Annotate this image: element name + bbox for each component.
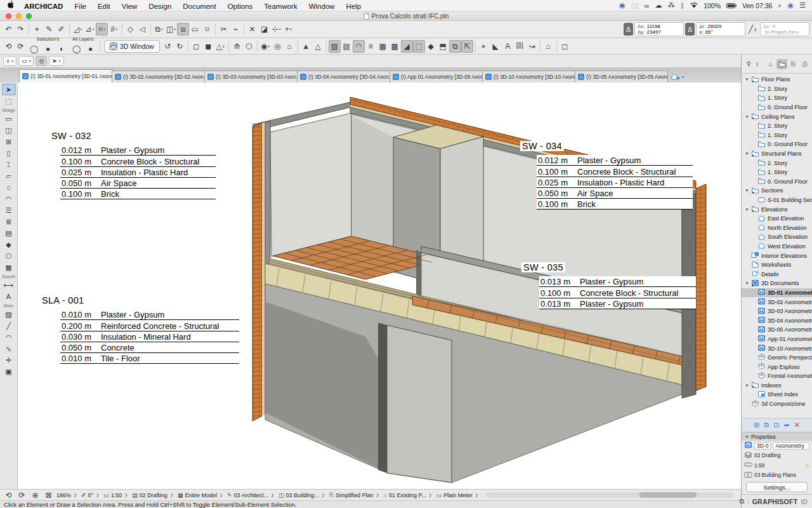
tree-item-0-ground-floor[interactable]: 0. Ground Floor <box>742 103 812 112</box>
delete-button[interactable]: ✕ <box>794 421 800 429</box>
renovation-filter-control[interactable]: ⌂01 Existing P...❯ <box>381 492 434 498</box>
menu-item-teamwork[interactable]: Teamwork <box>258 3 303 10</box>
drafting-options-button[interactable]: ▭▾ <box>18 56 34 66</box>
tree-item-3d-03-axonometry[interactable]: 3D-03 Axonometry <box>742 307 812 316</box>
graphic-override-control[interactable]: ⎘Simplified Plan❯ <box>327 491 382 498</box>
rotate-button[interactable]: ◎ <box>36 56 47 66</box>
fly-icon[interactable]: ⬡ <box>243 40 255 53</box>
pen-set-control[interactable]: ✎03 Architect...❯ <box>225 492 277 498</box>
tracker-xy-field[interactable]: Δx:11198 Δy:23497 <box>634 22 684 36</box>
chevron-right-icon[interactable]: ❯ <box>270 493 275 497</box>
tree-item-details[interactable]: Details <box>742 269 812 279</box>
tree-item-2-story[interactable]: 2. Story <box>742 121 812 131</box>
tree-item-west-elevation[interactable]: West Elevation <box>742 242 812 251</box>
zoom-back-icon[interactable]: ⟲ <box>3 489 15 500</box>
snap-reference-icon[interactable]: ⊿▾ <box>84 23 96 36</box>
mesh-tool[interactable]: ▦ <box>2 262 16 273</box>
notification-center-icon[interactable]: ☰ <box>799 1 806 10</box>
undo-view-icon[interactable]: ↺ <box>162 40 174 53</box>
orientation-control[interactable]: ✐0°❯ <box>79 492 102 498</box>
dock-status-icon[interactable]: ▯▯ <box>631 1 639 10</box>
zoom-window-button[interactable] <box>26 13 32 19</box>
property-id-field[interactable]: 3D-0 <box>754 442 771 450</box>
properties-header[interactable]: ▼Properties <box>742 432 812 441</box>
show-selection-icon[interactable]: ◯ <box>28 43 40 55</box>
projection-icon[interactable]: △▾ <box>214 40 226 53</box>
layout-book-tab[interactable]: ⎘ <box>788 59 799 69</box>
tracker-delta2-icon[interactable]: Δ <box>685 23 695 36</box>
tree-expander-icon[interactable]: ▼ <box>745 152 749 156</box>
arrow-button[interactable]: ➤▾ <box>49 56 63 66</box>
wall-tool[interactable]: ▭ <box>2 113 16 124</box>
zone-3d-icon[interactable]: ⬒ <box>437 40 449 53</box>
camera-icon[interactable]: ◉▾ <box>259 40 272 53</box>
horizontal-scrollbar[interactable] <box>486 492 733 498</box>
shell-tool[interactable]: ◠ <box>2 193 16 204</box>
property-name-field[interactable]: Axonometry <box>773 442 809 450</box>
text-tool[interactable]: A <box>2 291 16 302</box>
tree-item-3d-10-axonometry[interactable]: 3D-10 Axonometry <box>742 344 812 353</box>
find-select-icon[interactable]: ⌖ <box>31 23 43 36</box>
new-folder-button[interactable]: ⊡ <box>773 421 779 429</box>
slab-tool[interactable]: ▱ <box>2 170 16 182</box>
tab-3[interactable]: ◇(!) 3D-03 Axonometry [3D-03 Axon... <box>204 70 298 83</box>
box-view-icon[interactable]: ◻ <box>559 40 571 53</box>
clone-folder-button[interactable]: ⧉ <box>764 421 769 429</box>
section-3d-icon[interactable]: ◢ <box>401 40 413 53</box>
camera-path-icon[interactable]: ◎ <box>272 40 284 53</box>
window-tool[interactable]: ⊞ <box>2 136 16 147</box>
tab-2[interactable]: ◇(!) 3D-02 Axonometry [3D-02 Axon... <box>112 70 205 83</box>
menu-item-options[interactable]: Options <box>222 3 259 10</box>
suspend-groups-icon[interactable]: ⧈ <box>177 23 189 36</box>
spotlight-icon[interactable]: ⌕ <box>778 1 782 10</box>
redo-view-icon[interactable]: ↻ <box>174 40 186 53</box>
roof-tool[interactable]: ⌂ <box>2 182 16 193</box>
tab-1[interactable]: ◇(!) 3D-01 Axonometry [3D-01 Axono... <box>19 69 112 83</box>
spline-tool[interactable]: ∿ <box>2 343 16 354</box>
spray-icon[interactable]: △ <box>312 40 324 53</box>
zoom-forward-icon[interactable]: ⟳ <box>16 489 28 500</box>
groups-icon[interactable]: ◫▾ <box>165 23 177 36</box>
line-tool[interactable]: ╱ <box>2 320 16 331</box>
chevron-right-icon[interactable]: ❯ <box>475 493 479 497</box>
tree-item-elevations[interactable]: ▼Elevations <box>742 204 812 214</box>
trace-reference-icon[interactable]: ◪ <box>258 23 270 36</box>
fill-tool[interactable]: ▨ <box>2 309 16 320</box>
marquee-restrict-icon[interactable]: ⌑ <box>201 23 213 36</box>
curtain-wall-tool[interactable]: ▤ <box>2 227 16 239</box>
project-chooser-icon[interactable]: ⚲ <box>743 59 754 69</box>
tree-expander-icon[interactable]: ▼ <box>745 115 749 119</box>
zoom-level-control[interactable]: 186%❯ <box>55 492 79 498</box>
menu-item-window[interactable]: Window <box>303 3 341 10</box>
view-map-tab[interactable] <box>776 59 787 69</box>
explore-icon[interactable]: ⟳ <box>15 40 27 53</box>
model-filter-control[interactable]: ▦Entire Model❯ <box>176 492 225 498</box>
tree-item-generic-perspective[interactable]: Generic Perspective <box>742 353 812 363</box>
texture-icon[interactable]: ▩ <box>389 40 401 53</box>
copy-icon[interactable]: ⧉▾ <box>153 23 165 36</box>
tree-item-1-story[interactable]: 1. Story <box>742 93 812 103</box>
tree-item-s-01-building-section[interactable]: S-01 Building Section <box>742 196 812 205</box>
pickup-parameters-icon[interactable]: ✎ <box>43 23 55 36</box>
gravity-icon[interactable]: ◇ <box>124 23 136 36</box>
menu-item-document[interactable]: Document <box>177 3 221 10</box>
close-button[interactable]: ✕ <box>246 23 258 36</box>
beam-tool[interactable]: ⌶ <box>2 159 16 170</box>
tracker-z-field[interactable]: Δz:0 to Project Zero <box>760 22 809 36</box>
fit-in-window-icon[interactable]: ⊠ <box>43 489 55 500</box>
morph-tool[interactable]: ◆ <box>2 239 16 250</box>
zone-tool[interactable]: ⬠ <box>2 250 16 262</box>
tab-4[interactable]: ◇(!) 3D-04 Axonometry [3D-04 Axon... <box>297 70 390 83</box>
tree-item-3d-02-axonometry[interactable]: 3D-02 Axonometry <box>742 297 812 307</box>
layer-show-icon[interactable]: ◯ <box>70 43 82 55</box>
menu-clock[interactable]: Ven 07:36 <box>742 2 772 10</box>
tree-item-floor-plans[interactable]: ▼Floor Plans <box>742 75 812 84</box>
undo-icon[interactable]: ↶ <box>3 23 15 36</box>
hatch-angle-icon[interactable]: ◣ <box>490 40 502 53</box>
layer-hide-icon[interactable]: ● <box>84 43 96 55</box>
close-window-button[interactable] <box>6 13 11 19</box>
dimension-tool[interactable]: ⟷ <box>2 279 16 291</box>
tree-item-frontal-axonometry[interactable]: Frontal Axonometry <box>742 371 812 381</box>
grid-snap-icon[interactable]: #▾ <box>108 23 120 36</box>
redo-icon[interactable]: ↷ <box>15 23 27 36</box>
